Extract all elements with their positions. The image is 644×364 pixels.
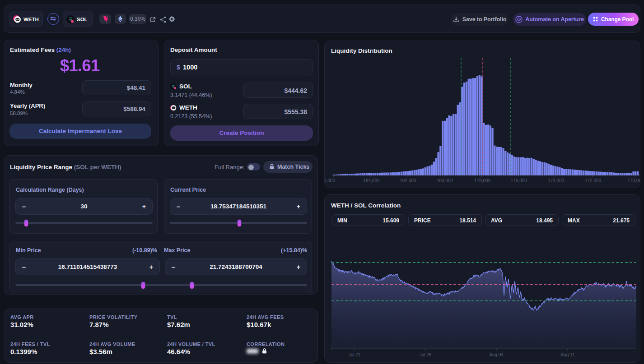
svg-text:WETH: WETH bbox=[172, 107, 175, 109]
svg-text:-176,000: -176,000 bbox=[509, 178, 527, 183]
svg-text:-186,000: -186,000 bbox=[325, 178, 335, 183]
svg-text:-170,000: -170,000 bbox=[626, 178, 640, 183]
svg-text:Jul 21: Jul 21 bbox=[349, 352, 361, 357]
svg-text:-178,000: -178,000 bbox=[473, 178, 491, 183]
svg-text:-174,000: -174,000 bbox=[546, 178, 565, 183]
svg-text:-184,000: -184,000 bbox=[362, 178, 380, 183]
svg-text:Aug 11: Aug 11 bbox=[561, 352, 575, 357]
svg-text:WETH: WETH bbox=[15, 19, 20, 21]
svg-text:-180,000: -180,000 bbox=[435, 178, 453, 183]
svg-text:Aug 04: Aug 04 bbox=[489, 352, 504, 357]
svg-text:-182,000: -182,000 bbox=[398, 178, 416, 183]
svg-text:-172,000: -172,000 bbox=[583, 178, 602, 183]
svg-text:Jul 28: Jul 28 bbox=[420, 352, 432, 357]
